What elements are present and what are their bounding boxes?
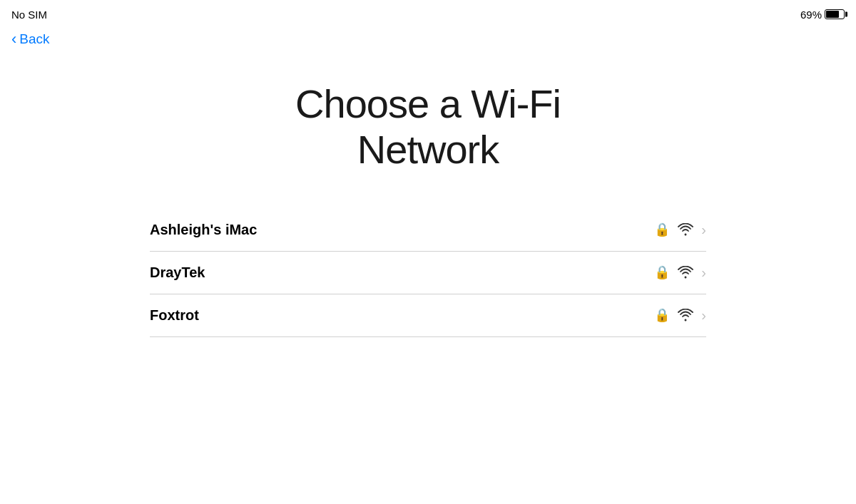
lock-icon-3: 🔒 <box>654 307 670 323</box>
page-title: Choose a Wi-Fi Network <box>0 81 856 173</box>
network-list: Ashleigh's iMac 🔒 › DrayTek 🔒 <box>150 209 706 337</box>
sim-status: No SIM <box>11 9 47 21</box>
network-icons-3: 🔒 <box>654 307 694 323</box>
chevron-right-icon-1: › <box>701 222 706 238</box>
network-item-1[interactable]: Ashleigh's iMac 🔒 › <box>150 209 706 252</box>
network-icons-1: 🔒 <box>654 222 694 237</box>
chevron-right-icon-2: › <box>701 264 706 281</box>
battery-percent: 69% <box>800 9 822 21</box>
chevron-right-icon-3: › <box>701 307 706 324</box>
lock-icon-1: 🔒 <box>654 222 670 237</box>
wifi-icon-2 <box>677 266 694 279</box>
battery-fill <box>826 11 839 18</box>
back-label: Back <box>19 31 49 47</box>
network-name-1: Ashleigh's iMac <box>150 222 654 238</box>
network-item-2[interactable]: DrayTek 🔒 › <box>150 252 706 294</box>
network-name-3: Foxtrot <box>150 307 654 324</box>
back-button[interactable]: ‹ Back <box>0 26 856 53</box>
network-name-2: DrayTek <box>150 264 654 281</box>
battery-container: 69% <box>800 9 845 21</box>
lock-icon-2: 🔒 <box>654 264 670 280</box>
page-title-line2: Network <box>357 127 499 172</box>
status-bar: No SIM 69% <box>0 0 856 26</box>
page-title-line1: Choose a Wi-Fi <box>295 81 561 126</box>
wifi-icon-3 <box>677 309 694 322</box>
battery-icon <box>825 9 845 19</box>
network-icons-2: 🔒 <box>654 264 694 280</box>
wifi-icon-1 <box>677 223 694 236</box>
back-chevron-icon: ‹ <box>11 31 16 47</box>
network-item-3[interactable]: Foxtrot 🔒 › <box>150 294 706 337</box>
